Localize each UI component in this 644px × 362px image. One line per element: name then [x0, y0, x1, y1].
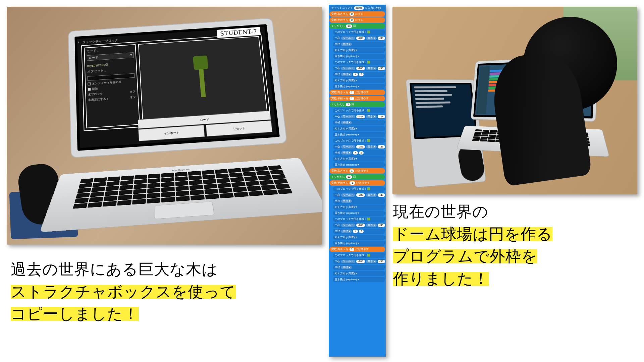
laptop-brand: MacBook Air	[172, 169, 190, 172]
code-block: 置き換え (replace) ▾	[333, 277, 385, 282]
code-block: 向く方向 y(高度) ▾	[333, 48, 385, 53]
code-block: 向く方向 y(高度) ▾	[333, 126, 385, 131]
code-block: 中心ワールド-289高さ ▾-33	[333, 259, 385, 264]
code-block: 置き換え (replace) ▾	[333, 162, 385, 168]
code-block: 中心ワールド-289高さ ▾-33	[333, 223, 385, 228]
caption-right: 現在の世界の ドーム球場は円を作る プログラムで外枠を 作りました！	[393, 200, 638, 290]
code-block: 置き換え (replace) ▾	[333, 132, 385, 137]
code-block: 変数 高さ ▾ を1だけ増やす	[329, 247, 385, 252]
structure-preview[interactable]	[138, 36, 268, 125]
keyboard	[73, 165, 292, 209]
code-block: このブロックで円を作成：🟩	[333, 29, 385, 35]
code-block: くりかえし2回	[329, 102, 385, 107]
trackpad	[155, 201, 214, 219]
code-block: 変数 高さ ▾ を1だけ増やす	[329, 90, 385, 95]
code-column: チャットコマンド dome を入力した時 変数 高さ ▾ を0にする変数 半径 …	[329, 5, 386, 357]
code-block: 置き換え (replace) ▾	[333, 241, 385, 246]
code-block: 向く方向 y(高度) ▾	[333, 235, 385, 240]
code-block: このブロックで円を作成：🟩	[333, 253, 385, 258]
code-block: 中心ワールド-289高さ ▾-33	[333, 144, 385, 149]
code-block: 半径半径 ▾	[333, 265, 385, 270]
photo-right	[392, 7, 637, 194]
structure-block-screen: ‹ ストラクチャーブロック モード： ロード▾ mystructure3 オフセ…	[77, 27, 277, 148]
photo-left: ‹ ストラクチャーブロック モード： ロード▾ mystructure3 オフセ…	[7, 7, 322, 245]
code-block: 変数 半径 ▾ を0にする	[329, 17, 385, 23]
code-block: くりかえし12回	[329, 174, 385, 180]
code-block: このブロックで円を作成：🟩	[333, 60, 385, 65]
chevron-down-icon: ▾	[130, 53, 132, 57]
code-block: 変数 高さ ▾ を0にする	[329, 11, 385, 17]
code-block: くりかえし13回	[329, 23, 385, 29]
code-block: 中心ワールド-289高さ ▾-33	[333, 192, 385, 198]
code-block: 半径半径 ▾+2	[333, 229, 385, 234]
code-block: このブロックで円を作成：🟩	[333, 186, 385, 192]
code-block: 半径半径 ▾	[333, 120, 385, 125]
code-block: 中心ワールド-289高さ ▾-33	[333, 66, 385, 71]
code-block: 半径半径 ▾+2	[333, 72, 385, 77]
laptop-left: ‹ ストラクチャーブロック モード： ロード▾ mystructure3 オフセ…	[49, 17, 319, 245]
code-block: 置き換え (replace) ▾	[333, 210, 385, 216]
code-block: このブロックで円を作成：🟩	[333, 138, 385, 143]
code-block: 置き換え (replace) ▾	[333, 54, 385, 59]
code-block: 中心ワールド-289高さ ▾-33	[333, 36, 385, 41]
caption-left: 過去の世界にある巨大な木は ストラクチャボックスを使って コピーしました！	[11, 258, 326, 325]
code-block: 変数 半径 ▾ を1だけ増やす	[329, 96, 385, 101]
back-icon[interactable]: ‹	[78, 40, 79, 44]
code-block: 半径半径 ▾+2	[333, 150, 385, 156]
code-block: 向く方向 y(高度) ▾	[333, 271, 385, 276]
code-block: このブロックで円を作成：🟩	[333, 217, 385, 222]
code-block: 変数 半径 ▾ を-1だけ増やす	[329, 180, 385, 186]
code-block: 半径半径 ▾	[333, 198, 385, 204]
chat-command-block: チャットコマンド dome を入力した時	[329, 5, 385, 11]
code-block: 置き換え (replace) ▾	[333, 84, 385, 89]
code-block: 向く方向 y(高度) ▾	[333, 204, 385, 210]
code-block: 向く方向 y(高度) ▾	[333, 78, 385, 83]
code-block: 半径半径 ▾	[333, 42, 385, 47]
code-block: このブロックで円を作成：🟩	[333, 108, 385, 113]
tree-icon	[193, 55, 211, 98]
structure-side-panel: モード： ロード▾ mystructure3 オフセット： エンティティを含める…	[84, 44, 140, 128]
code-block: 中心ワールド-289高さ ▾-33	[333, 114, 385, 119]
code-block: 変数 高さ ▾ を1だけ増やす	[329, 168, 385, 174]
code-block: 向く方向 y(高度) ▾	[333, 156, 385, 162]
